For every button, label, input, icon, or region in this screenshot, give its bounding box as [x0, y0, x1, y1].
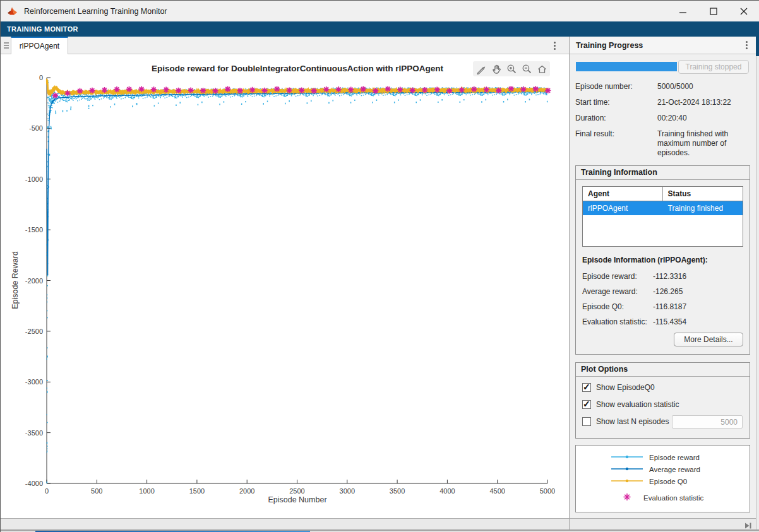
- training-progress-bar: [576, 62, 677, 71]
- legend-item-episode-q0: Episode Q0: [576, 475, 750, 487]
- field-value: -115.4354: [653, 317, 686, 326]
- svg-text:-4000: -4000: [25, 480, 43, 487]
- svg-text:-500: -500: [29, 124, 43, 132]
- last-n-episodes-input[interactable]: [672, 415, 743, 429]
- table-header-row: Agent Status: [583, 187, 743, 201]
- field-label: Average reward:: [582, 287, 653, 296]
- field-label: Evaluation statistic:: [582, 317, 653, 326]
- show-last-n-episodes-option: Show last N episodes: [582, 417, 743, 426]
- background-window-sliver: [756, 56, 759, 529]
- checkbox-label: Show last N episodes: [596, 417, 669, 426]
- cell-status: Training finished: [663, 201, 743, 215]
- panel-options-kebab-icon[interactable]: [742, 40, 751, 51]
- y-axis-label: Episode Reward: [11, 251, 20, 309]
- field-label: Episode Q0:: [582, 302, 653, 311]
- toolstrip: TRAINING MONITOR: [1, 21, 759, 37]
- average-reward-row: Average reward: -126.265: [582, 287, 743, 296]
- pan-icon[interactable]: [490, 62, 503, 75]
- legend-label: Episode reward: [649, 454, 700, 461]
- field-label: Episode number:: [575, 82, 657, 92]
- legend-label: Episode Q0: [649, 478, 687, 485]
- tab-rlppoagent[interactable]: rlPPOAgent: [11, 37, 68, 54]
- document-bottom-bar: [1, 518, 569, 529]
- training-plot[interactable]: Episode reward for DoubleIntegratorConti…: [1, 54, 569, 518]
- svg-text:4000: 4000: [439, 487, 455, 495]
- svg-text:-3000: -3000: [25, 378, 43, 386]
- document-options-kebab-icon[interactable]: [550, 40, 559, 51]
- cell-agent: rlPPOAgent: [583, 201, 663, 215]
- episode-number-row: Episode number: 5000/5000: [575, 82, 750, 92]
- show-episodeq0-option: Show EpisodeQ0: [582, 383, 743, 392]
- show-last-n-episodes-checkbox[interactable]: [582, 417, 591, 426]
- legend-label: Average reward: [649, 466, 700, 473]
- agent-status-table: Agent Status rlPPOAgent Training finishe…: [582, 186, 743, 247]
- export-icon[interactable]: [475, 62, 487, 75]
- show-evaluation-statistic-option: Show evaluation statistic: [582, 400, 743, 409]
- field-label: Final result:: [575, 129, 657, 158]
- tab-drag-handle-icon[interactable]: [4, 41, 10, 50]
- tab-label: rlPPOAgent: [20, 42, 59, 50]
- svg-text:-2000: -2000: [25, 277, 43, 285]
- axes-toolbar: [473, 61, 550, 76]
- show-episodeq0-checkbox[interactable]: [582, 383, 591, 392]
- svg-text:4500: 4500: [489, 487, 505, 495]
- col-header-agent: Agent: [583, 187, 663, 201]
- svg-text:0: 0: [39, 74, 43, 81]
- legend-line-dot-icon: [611, 454, 643, 461]
- show-evaluation-statistic-checkbox[interactable]: [582, 400, 591, 409]
- svg-text:-2500: -2500: [25, 328, 43, 335]
- duration-row: Duration: 00:20:40: [575, 114, 750, 123]
- episode-q0-row: Episode Q0: -116.8187: [582, 302, 743, 311]
- svg-text:1500: 1500: [189, 487, 205, 495]
- legend-line-dot-icon: [611, 478, 643, 485]
- field-value: -112.3316: [653, 272, 686, 281]
- background-window-sliver: [756, 21, 759, 56]
- field-value: Training finished with maximum number of…: [657, 129, 750, 158]
- field-value: 5000/5000: [657, 82, 750, 92]
- checkbox-label: Show EpisodeQ0: [596, 383, 655, 392]
- field-label: Episode reward:: [582, 272, 653, 281]
- svg-text:2500: 2500: [289, 487, 304, 495]
- plot-options-group: Plot Options Show EpisodeQ0 Show evaluat…: [575, 362, 750, 439]
- zoom-out-icon[interactable]: [520, 62, 533, 75]
- svg-text:-3500: -3500: [25, 429, 43, 437]
- home-icon[interactable]: [535, 62, 548, 75]
- panel-title: Training Progress: [576, 41, 742, 50]
- training-stopped-button[interactable]: Training stopped: [678, 60, 749, 74]
- close-button[interactable]: [737, 4, 751, 18]
- window-title: Reinforcement Learning Training Monitor: [24, 7, 167, 16]
- legend-item-evaluation-statistic: Evaluation statistic: [576, 492, 750, 504]
- zoom-in-icon[interactable]: [505, 62, 518, 75]
- field-value: -116.8187: [653, 302, 686, 311]
- app-window: Reinforcement Learning Training Monitor …: [0, 0, 759, 532]
- svg-text:2000: 2000: [239, 487, 254, 495]
- group-title: Training Information: [576, 166, 750, 180]
- table-row[interactable]: rlPPOAgent Training finished: [583, 201, 743, 215]
- field-value: 21-Oct-2024 18:13:22: [657, 98, 750, 107]
- figure-area: Episode reward for DoubleIntegratorConti…: [1, 54, 569, 518]
- svg-text:1000: 1000: [139, 487, 154, 495]
- legend-line-dot-icon: [611, 466, 643, 473]
- window-titlebar[interactable]: Reinforcement Learning Training Monitor: [1, 1, 759, 21]
- panel-bottom-bar: [570, 518, 756, 529]
- group-title: Plot Options: [576, 363, 750, 377]
- episode-reward-row: Episode reward: -112.3316: [582, 272, 743, 281]
- evaluation-statistic-row: Evaluation statistic: -115.4354: [582, 317, 743, 326]
- checkbox-label: Show evaluation statistic: [596, 400, 679, 409]
- document-tabbar: rlPPOAgent: [1, 37, 569, 54]
- plot-legend: Episode reward Average reward Episode Q0…: [575, 445, 750, 512]
- svg-text:3000: 3000: [340, 487, 355, 495]
- training-information-group: Training Information Agent Status rlPPOA…: [575, 165, 750, 355]
- training-progress-panel: Training stopped Episode number: 5000/50…: [570, 54, 756, 518]
- more-details-button[interactable]: More Details...: [674, 333, 743, 346]
- legend-label: Evaluation statistic: [643, 494, 703, 502]
- svg-text:0: 0: [45, 487, 49, 495]
- episode-information-title: Episode Information (rlPPOAgent):: [582, 256, 743, 264]
- legend-asterisk-icon: [622, 492, 632, 503]
- field-label: Duration:: [575, 114, 657, 123]
- minimize-button[interactable]: [676, 4, 690, 18]
- toolstrip-tab-training-monitor[interactable]: TRAINING MONITOR: [7, 25, 78, 33]
- final-result-row: Final result: Training finished with max…: [575, 129, 750, 158]
- field-value: 00:20:40: [657, 114, 750, 123]
- maximize-button[interactable]: [707, 4, 720, 18]
